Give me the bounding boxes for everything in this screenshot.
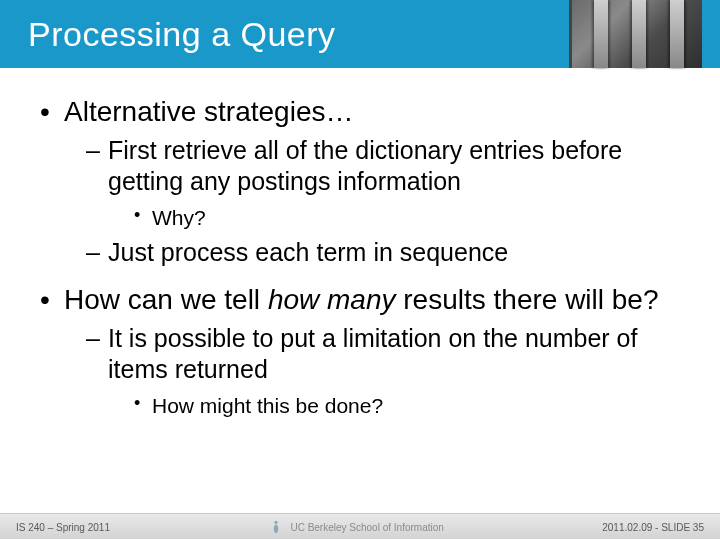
bullet-1-1-text: First retrieve all of the dictionary ent…	[108, 136, 622, 195]
bullet-2-1-1: How might this be done?	[134, 392, 680, 419]
footer-center-text: UC Berkeley School of Information	[290, 522, 443, 533]
ischool-logo-icon	[268, 519, 284, 535]
bullet-2-1: It is possible to put a limitation on th…	[86, 323, 680, 419]
bullet-2: How can we tell how many results there w…	[40, 282, 680, 419]
bullet-2-em: how many	[268, 284, 396, 315]
svg-point-0	[275, 521, 278, 524]
slide-content: Alternative strategies… First retrieve a…	[0, 80, 720, 427]
bullet-1-text: Alternative strategies…	[64, 96, 353, 127]
bullet-1: Alternative strategies… First retrieve a…	[40, 94, 680, 268]
bullet-1-1: First retrieve all of the dictionary ent…	[86, 135, 680, 231]
header-photo	[569, 0, 702, 68]
footer-right: 2011.02.09 - SLIDE 35	[602, 522, 704, 533]
bullet-1-2: Just process each term in sequence	[86, 237, 680, 268]
bullet-1-1-1: Why?	[134, 204, 680, 231]
slide-title: Processing a Query	[0, 15, 336, 54]
bullet-2-1-text: It is possible to put a limitation on th…	[108, 324, 637, 383]
title-bar: Processing a Query	[0, 0, 720, 68]
footer-left: IS 240 – Spring 2011	[16, 522, 110, 533]
footer-center: UC Berkeley School of Information	[268, 519, 443, 535]
footer: IS 240 – Spring 2011 UC Berkeley School …	[0, 513, 720, 540]
slide: Processing a Query Alternative strategie…	[0, 0, 720, 540]
bullet-2-pre: How can we tell	[64, 284, 268, 315]
bullet-2-post: results there will be?	[396, 284, 659, 315]
